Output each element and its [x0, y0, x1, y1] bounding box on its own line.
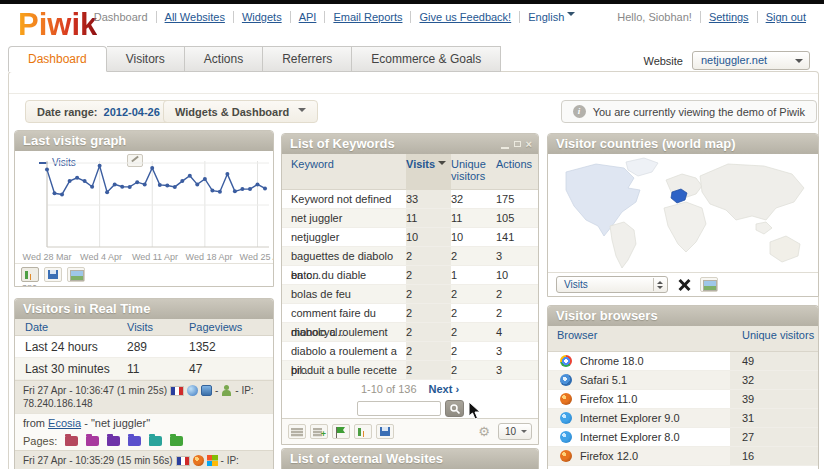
firefox-icon: [193, 455, 204, 466]
keyword-row[interactable]: Keyword not defined3332175: [282, 190, 538, 209]
search-input[interactable]: [357, 401, 441, 416]
widget-header-external-websites[interactable]: List of external Websites: [282, 449, 538, 469]
nav-dashboard[interactable]: Dashboard: [86, 11, 156, 23]
divider: [9, 93, 818, 94]
rows-per-page-select[interactable]: 10: [498, 423, 532, 440]
tab-referrers[interactable]: Referrers: [263, 46, 352, 72]
referrer-link[interactable]: Ecosia: [48, 417, 81, 429]
keyword-row[interactable]: baguettes de diabolo en c...223: [282, 247, 538, 266]
keyword-row[interactable]: diabolo a roulement a bil...223: [282, 342, 538, 361]
nav-feedback[interactable]: Give us Feedback!: [419, 11, 511, 23]
browser-row: Internet Explorer 9.0 31: [548, 409, 818, 428]
widget-header-last-visits-graph[interactable]: Last visits graph: [15, 131, 273, 151]
keyword-row[interactable]: diabolo a roulement224: [282, 323, 538, 342]
page-folder-icon[interactable]: [170, 436, 183, 446]
export-image-icon[interactable]: [700, 277, 718, 292]
website-selector: Website netjuggler.net: [643, 51, 810, 70]
page-folder-icon[interactable]: [128, 436, 141, 446]
demo-notice-text: You are currently viewing the demo of Pi…: [593, 106, 805, 118]
chart-type-icon[interactable]: [21, 267, 39, 282]
pagination-next-link[interactable]: Next ›: [429, 383, 460, 395]
export-icon[interactable]: [44, 267, 62, 282]
firefox-icon: [560, 450, 572, 462]
col-visits-sorted[interactable]: Visits: [406, 154, 451, 190]
widget-visitors-real-time: Visitors in Real Time Date Visits Pagevi…: [14, 298, 274, 469]
x-tick: Wed 4 Apr: [80, 252, 122, 262]
col-actions[interactable]: Actions: [496, 154, 538, 170]
col-keyword[interactable]: Keyword: [282, 154, 406, 170]
keyword-row[interactable]: produit a bulle recette223: [282, 361, 538, 380]
ip-label: - IP:: [235, 384, 253, 397]
keyword-row[interactable]: baton du diable2110: [282, 266, 538, 285]
nav-api[interactable]: API: [299, 11, 317, 23]
widget-header-visitor-browsers[interactable]: Visitor browsers: [548, 306, 818, 326]
view-table-more-icon[interactable]: [310, 424, 328, 439]
table-row: Last 24 hours 289 1352: [15, 336, 273, 358]
tab-actions[interactable]: Actions: [185, 46, 263, 72]
top-navigation: Dashboard All Websites Widgets API Email…: [260, 11, 814, 23]
metric-select[interactable]: Visits: [556, 276, 668, 293]
keywords-search: [282, 398, 538, 418]
keyword-row[interactable]: comment faire du monocycl...222: [282, 304, 538, 323]
close-icon[interactable]: ×: [526, 134, 532, 154]
page-folder-icon[interactable]: [65, 436, 78, 446]
keyword-row[interactable]: net juggler1111105: [282, 209, 538, 228]
widget-header-visitor-countries[interactable]: Visitor countries (world map): [548, 134, 818, 154]
gear-icon[interactable]: ⚙: [478, 424, 490, 439]
goals-icon[interactable]: [332, 424, 350, 439]
nav-sign-out[interactable]: Sign out: [766, 11, 806, 23]
world-map[interactable]: [548, 154, 818, 273]
minimize-icon[interactable]: [501, 147, 509, 149]
os-icon: [201, 385, 212, 396]
col-visits: Visits: [127, 319, 189, 335]
nav-email-reports[interactable]: Email Reports: [333, 11, 402, 23]
nav-settings[interactable]: Settings: [709, 11, 749, 23]
referrer-row: from Ecosia - "net juggler": [15, 413, 273, 432]
pages-row: Pages:: [15, 432, 273, 450]
keyword-row[interactable]: bolas de feu222: [282, 285, 538, 304]
france-flag-icon: [176, 456, 190, 466]
view-chart-icon[interactable]: [354, 424, 372, 439]
widgets-menu-label: Widgets & Dashboard: [175, 106, 289, 118]
export-icon[interactable]: [376, 424, 394, 439]
pagination: 1-10 of 136 Next ›: [282, 380, 538, 398]
widget-header-real-time[interactable]: Visitors in Real Time: [15, 299, 273, 319]
browser-row: Internet Explorer 8.0 27: [548, 428, 818, 447]
mouse-cursor: [468, 401, 481, 420]
demo-notice: i You are currently viewing the demo of …: [561, 100, 817, 123]
firefox-icon: [560, 393, 572, 405]
col-unique-visitors[interactable]: Unique visitors: [451, 154, 496, 182]
france-flag-icon: [170, 386, 184, 396]
fullscreen-icon[interactable]: [678, 279, 690, 291]
col-date: Date: [15, 319, 127, 335]
browser-row: Safari 5.1 32: [548, 371, 818, 390]
view-table-icon[interactable]: [288, 424, 306, 439]
nav-widgets[interactable]: Widgets: [242, 11, 282, 23]
website-label: Website: [643, 55, 683, 67]
tab-visitors[interactable]: Visitors: [107, 46, 185, 72]
visit-time: Fri 27 Apr - 10:36:47 (1 min 25s): [23, 384, 167, 397]
widget-header-keywords[interactable]: List of Keywords ×: [282, 134, 538, 154]
date-range-value: 2012-04-26: [104, 106, 160, 118]
page-folder-icon[interactable]: [86, 436, 99, 446]
keyword-row[interactable]: netjuggler1010141: [282, 228, 538, 247]
x-tick: Wed 11 Apr: [132, 252, 178, 262]
col-browser[interactable]: Browser: [548, 326, 730, 341]
top-black-strip: [0, 0, 824, 4]
page-folder-icon[interactable]: [149, 436, 162, 446]
website-select[interactable]: netjuggler.net: [692, 51, 810, 70]
maximize-icon[interactable]: [514, 141, 521, 147]
user-greeting: Hello, Siobhan!: [609, 11, 700, 23]
info-icon: i: [573, 105, 586, 118]
page-folder-icon[interactable]: [107, 436, 120, 446]
col-unique-visitors[interactable]: Unique visitors: [730, 326, 818, 352]
tab-dashboard[interactable]: Dashboard: [8, 46, 107, 72]
search-button[interactable]: [445, 400, 464, 417]
export-image-icon[interactable]: [67, 267, 85, 282]
select-stepper-icon: [653, 278, 666, 291]
language-selector[interactable]: English: [528, 11, 575, 23]
nav-all-websites[interactable]: All Websites: [165, 11, 225, 23]
tab-ecommerce-goals[interactable]: Ecommerce & Goals: [352, 46, 501, 72]
widgets-dashboard-button[interactable]: Widgets & Dashboard: [163, 100, 318, 123]
chevron-down-icon: [567, 12, 575, 20]
